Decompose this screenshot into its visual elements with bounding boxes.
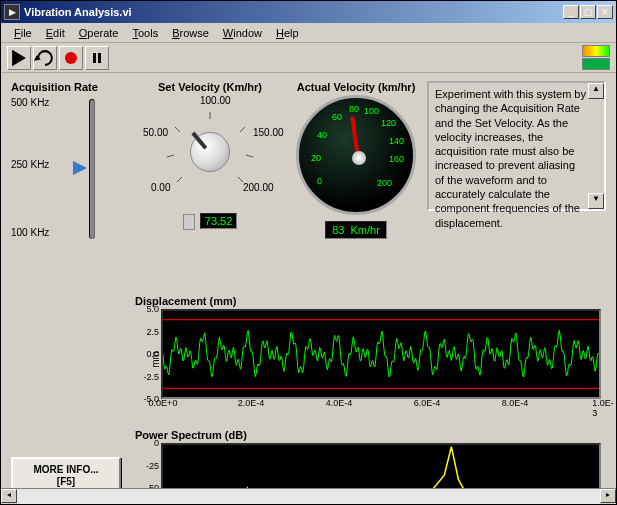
menu-operate[interactable]: Operate <box>72 25 126 41</box>
scroll-down-icon[interactable]: ▼ <box>588 193 604 209</box>
scroll-left-icon[interactable]: ◂ <box>1 489 17 503</box>
maximize-button[interactable]: ▢ <box>580 5 596 19</box>
displacement-title: Displacement (mm) <box>135 295 606 307</box>
signal-indicator-icon <box>582 45 610 57</box>
info-text-box: Experiment with this system by changing … <box>427 81 606 211</box>
info-text: Experiment with this system by changing … <box>435 88 586 229</box>
svg-line-6 <box>246 155 253 157</box>
svg-marker-0 <box>12 49 26 66</box>
set-velocity-dial[interactable]: 100.00 50.00 150.00 0.00 200.00 <box>145 97 275 207</box>
window-title: Vibration Analysis.vi <box>24 6 563 18</box>
set-velocity-value[interactable]: 73.52 <box>200 213 238 229</box>
actual-velocity-gauge: 0 20 40 60 80 100 120 140 160 200 <box>296 95 416 215</box>
content-area: Acquisition Rate 500 KHz 250 KHz 100 KHz… <box>1 73 616 488</box>
record-button[interactable] <box>59 46 83 70</box>
velocity-stepper[interactable] <box>183 214 195 230</box>
menu-help[interactable]: Help <box>269 25 306 41</box>
info-scrollbar[interactable]: ▲ ▼ <box>588 83 604 209</box>
actual-velocity-readout: 83 Km/hr <box>325 221 387 239</box>
menu-edit[interactable]: Edit <box>39 25 72 41</box>
set-velocity-label: Set Velocity (Km/hr) <box>135 81 285 93</box>
menu-file[interactable]: File <box>7 25 39 41</box>
app-icon: ▶ <box>4 4 20 20</box>
actual-velocity-block: Actual Velocity (km/hr) 0 20 40 60 80 10… <box>291 81 421 291</box>
run-continuous-button[interactable] <box>33 46 57 70</box>
power-title: Power Spectrum (dB) <box>135 429 606 441</box>
svg-marker-1 <box>34 55 41 61</box>
status-indicator-icon <box>582 58 610 70</box>
menu-tools[interactable]: Tools <box>125 25 165 41</box>
menubar: File Edit Operate Tools Browse Window He… <box>1 23 616 43</box>
power-chart-block: Power Spectrum (dB) db 0.020.040.060.080… <box>135 429 606 488</box>
acquisition-rate-slider[interactable]: 500 KHz 250 KHz 100 KHz <box>11 99 131 249</box>
scroll-right-icon[interactable]: ▸ <box>600 489 616 503</box>
app-window: ▶ Vibration Analysis.vi _ ▢ ✕ File Edit … <box>0 0 617 505</box>
acquisition-rate-label: Acquisition Rate <box>11 81 131 93</box>
menu-window[interactable]: Window <box>216 25 269 41</box>
titlebar: ▶ Vibration Analysis.vi _ ▢ ✕ <box>1 1 616 23</box>
pause-button[interactable] <box>85 46 109 70</box>
actual-velocity-label: Actual Velocity (km/hr) <box>291 81 421 93</box>
svg-line-3 <box>175 127 180 132</box>
run-button[interactable] <box>7 46 31 70</box>
close-button[interactable]: ✕ <box>597 5 613 19</box>
set-velocity-block: Set Velocity (Km/hr) 100.00 50.00 150.00… <box>135 81 285 291</box>
scroll-up-icon[interactable]: ▲ <box>588 83 604 99</box>
minimize-button[interactable]: _ <box>563 5 579 19</box>
toolbar <box>1 43 616 73</box>
acquisition-rate-block: Acquisition Rate 500 KHz 250 KHz 100 KHz <box>11 81 131 291</box>
slider-thumb-icon[interactable] <box>73 161 87 175</box>
slider-tick-500: 500 KHz <box>11 97 49 108</box>
svg-line-4 <box>240 127 245 132</box>
svg-line-5 <box>167 155 174 157</box>
svg-line-8 <box>238 177 243 182</box>
displacement-chart: 0.0E+02.0E-44.0E-46.0E-48.0E-41.0E-3 <box>161 309 601 399</box>
more-info-button[interactable]: MORE INFO... [F5] <box>11 457 121 488</box>
displacement-chart-block: Displacement (mm) mm 0.0E+02.0E-44.0E-46… <box>135 295 606 425</box>
slider-tick-250: 250 KHz <box>11 159 49 170</box>
horizontal-scrollbar[interactable]: ◂ ▸ <box>1 488 616 504</box>
svg-line-7 <box>177 177 182 182</box>
power-chart: 0.020.040.060.080.0100.0124.0 <box>161 443 601 488</box>
slider-tick-100: 100 KHz <box>11 227 49 238</box>
menu-browse[interactable]: Browse <box>165 25 216 41</box>
